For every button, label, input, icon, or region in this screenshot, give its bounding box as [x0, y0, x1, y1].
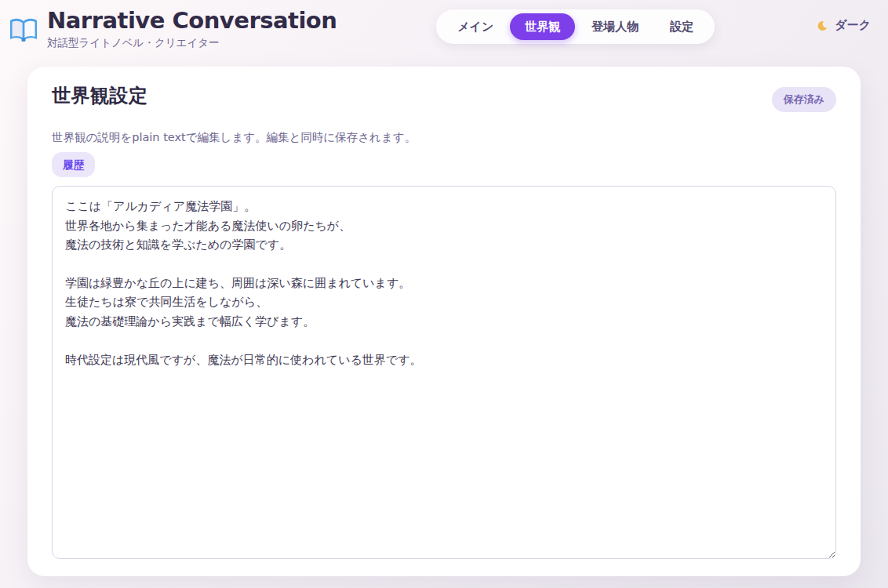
worldview-editor-textarea[interactable]: ここは「アルカディア魔法学園」。 世界各地から集まった才能ある魔法使いの卵たちが… [52, 186, 836, 559]
tab-characters[interactable]: 登場人物 [577, 13, 653, 40]
app-subtitle: 対話型ライトノベル・クリエイター [47, 36, 337, 50]
main-nav: メイン 世界観 登場人物 設定 [436, 9, 715, 44]
tab-settings[interactable]: 設定 [655, 13, 708, 40]
tab-worldview[interactable]: 世界観 [510, 13, 575, 40]
app-header: Narrative Conversation 対話型ライトノベル・クリエイター … [0, 0, 888, 67]
crescent-moon-icon [817, 20, 829, 32]
open-book-icon [6, 13, 41, 47]
dark-mode-toggle[interactable]: ダーク [817, 18, 871, 33]
saved-status-badge: 保存済み [772, 87, 836, 112]
app-title: Narrative Conversation [47, 8, 337, 34]
brand-text: Narrative Conversation 対話型ライトノベル・クリエイター [47, 8, 337, 50]
panel-description: 世界観の説明をplain textで編集します。編集と同時に保存されます。 [52, 130, 836, 145]
tab-main[interactable]: メイン [442, 13, 508, 40]
panel-title: 世界観設定 [52, 83, 148, 108]
brand: Narrative Conversation 対話型ライトノベル・クリエイター [6, 8, 337, 50]
panel-header: 世界観設定 保存済み [52, 83, 836, 112]
history-button[interactable]: 履歴 [52, 152, 95, 177]
worldview-panel: 世界観設定 保存済み 世界観の説明をplain textで編集します。編集と同時… [27, 67, 861, 576]
dark-mode-label: ダーク [835, 18, 871, 33]
